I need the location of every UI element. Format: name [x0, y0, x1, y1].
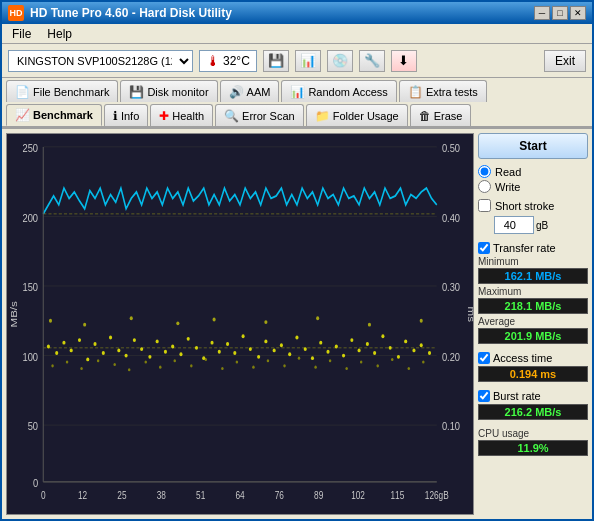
svg-text:51: 51 [196, 490, 205, 501]
burst-rate-value: 216.2 MB/s [478, 404, 588, 420]
svg-point-102 [376, 364, 378, 367]
tab-aam-label: AAM [247, 86, 271, 98]
svg-point-77 [264, 320, 267, 324]
svg-text:76: 76 [275, 490, 284, 501]
tab-extra-tests-label: Extra tests [426, 86, 478, 98]
svg-point-75 [176, 321, 179, 325]
svg-point-54 [295, 336, 298, 340]
gb-label: gB [536, 220, 548, 231]
tab-file-benchmark-label: File Benchmark [33, 86, 109, 98]
write-radio[interactable] [478, 180, 491, 193]
svg-point-41 [195, 346, 198, 350]
svg-point-45 [226, 342, 229, 346]
svg-text:12: 12 [78, 490, 87, 501]
hdd-info-button[interactable]: 💾 [263, 50, 289, 72]
tab-folder-usage[interactable]: 📁 Folder Usage [306, 104, 408, 126]
content-area: 250 200 150 100 50 0 MB/s 0.50 0.40 0.30… [2, 128, 592, 519]
transfer-rate-checkbox[interactable] [478, 242, 490, 254]
tab-disk-monitor[interactable]: 💾 Disk monitor [120, 80, 217, 102]
svg-point-51 [273, 348, 276, 352]
svg-point-27 [86, 357, 89, 361]
svg-point-70 [420, 343, 423, 347]
tab-health[interactable]: ✚ Health [150, 104, 213, 126]
svg-text:115: 115 [391, 490, 405, 501]
svg-point-57 [319, 341, 322, 345]
access-time-label: Access time [493, 352, 552, 364]
svg-point-68 [404, 339, 407, 343]
minimum-label: Minimum [478, 256, 588, 267]
svg-point-38 [171, 345, 174, 349]
error-scan-icon: 🔍 [224, 109, 239, 123]
menu-file[interactable]: File [8, 26, 35, 42]
disk-monitor-icon: 💾 [129, 85, 144, 99]
read-radio[interactable] [478, 165, 491, 178]
transfer-section: Transfer rate Minimum 162.1 MB/s Maximum… [478, 242, 588, 346]
svg-point-86 [128, 368, 130, 371]
folder-usage-icon: 📁 [315, 109, 330, 123]
power-button[interactable]: ⬇ [391, 50, 417, 72]
short-stroke-row: Short stroke [478, 199, 588, 212]
stroke-value-input[interactable] [494, 216, 534, 234]
svg-point-53 [288, 352, 291, 356]
maximize-button[interactable]: □ [552, 6, 568, 20]
transfer-rate-label: Transfer rate [478, 242, 588, 254]
svg-point-74 [130, 316, 133, 320]
app-icon: HD [8, 5, 24, 21]
svg-point-35 [148, 355, 151, 359]
tab-disk-monitor-label: Disk monitor [147, 86, 208, 98]
tab-info[interactable]: ℹ Info [104, 104, 148, 126]
tab-extra-tests[interactable]: 📋 Extra tests [399, 80, 487, 102]
temperature-value: 32°C [223, 54, 250, 68]
svg-point-49 [257, 355, 260, 359]
health-button[interactable]: 📊 [295, 50, 321, 72]
stroke-input-row: gB [494, 216, 588, 234]
benchmark-icon: 📈 [15, 108, 30, 122]
read-radio-row: Read [478, 165, 588, 178]
svg-point-65 [381, 334, 384, 338]
svg-point-64 [373, 351, 376, 355]
svg-text:150: 150 [23, 280, 39, 293]
access-section: Access time 0.194 ms [478, 352, 588, 384]
svg-text:0: 0 [41, 490, 46, 501]
svg-point-44 [218, 350, 221, 354]
exit-button[interactable]: Exit [544, 50, 586, 72]
svg-point-98 [314, 366, 316, 369]
cpu-section: CPU usage 11.9% [478, 428, 588, 458]
short-stroke-checkbox[interactable] [478, 199, 491, 212]
tab-benchmark[interactable]: 📈 Benchmark [6, 104, 102, 126]
svg-point-79 [368, 323, 371, 327]
burst-rate-checkbox[interactable] [478, 390, 490, 402]
svg-point-28 [93, 342, 96, 346]
save-button[interactable]: 💿 [327, 50, 353, 72]
toolbar: KINGSTON SVP100S2128G (128 gB) 🌡 32°C 💾 … [2, 44, 592, 78]
svg-point-90 [190, 364, 192, 367]
minimize-button[interactable]: ─ [534, 6, 550, 20]
write-radio-row: Write [478, 180, 588, 193]
read-write-group: Read Write [478, 163, 588, 195]
tools-button[interactable]: 🔧 [359, 50, 385, 72]
tab-erase[interactable]: 🗑 Erase [410, 104, 472, 126]
aam-icon: 🔊 [229, 85, 244, 99]
tab-file-benchmark[interactable]: 📄 File Benchmark [6, 80, 118, 102]
menu-help[interactable]: Help [43, 26, 76, 42]
svg-point-60 [342, 354, 345, 358]
svg-text:100: 100 [23, 350, 39, 363]
svg-point-76 [213, 318, 216, 322]
tab-random-access[interactable]: 📊 Random Access [281, 80, 396, 102]
svg-text:0.50: 0.50 [442, 141, 460, 154]
tab-aam[interactable]: 🔊 AAM [220, 80, 280, 102]
disk-selector[interactable]: KINGSTON SVP100S2128G (128 gB) [8, 50, 193, 72]
svg-point-58 [326, 350, 329, 354]
start-button[interactable]: Start [478, 133, 588, 159]
svg-point-46 [233, 351, 236, 355]
minimum-value: 162.1 MB/s [478, 268, 588, 284]
close-button[interactable]: ✕ [570, 6, 586, 20]
tab-error-scan[interactable]: 🔍 Error Scan [215, 104, 304, 126]
svg-point-83 [80, 367, 82, 370]
svg-text:ms: ms [466, 307, 473, 322]
svg-point-67 [397, 355, 400, 359]
svg-text:89: 89 [314, 490, 323, 501]
main-window: HD HD Tune Pro 4.60 - Hard Disk Utility … [0, 0, 594, 521]
access-time-checkbox[interactable] [478, 352, 490, 364]
title-bar-left: HD HD Tune Pro 4.60 - Hard Disk Utility [8, 5, 232, 21]
